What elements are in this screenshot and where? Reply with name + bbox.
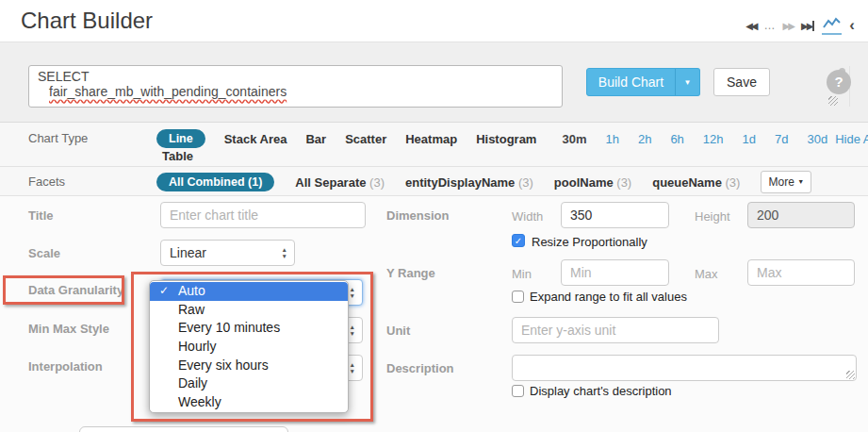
description-textarea[interactable] — [512, 355, 857, 381]
select-spinner-icon: ▲▼ — [350, 361, 355, 374]
interpolation-label: Interpolation — [28, 359, 103, 374]
build-chart-caret-icon[interactable]: ▼ — [675, 68, 700, 96]
facets-label: Facets — [28, 174, 65, 189]
facet-entity-display-name[interactable]: entityDisplayName (3) — [405, 175, 533, 190]
description-resize-handle[interactable] — [846, 371, 855, 379]
query-editor[interactable]: SELECT fair_share_mb_with_pending_contai… — [28, 65, 563, 108]
select-spinner-icon: ▲▼ — [350, 286, 355, 299]
textarea-resize-handle[interactable] — [828, 96, 838, 106]
chart-type-options: Line Stack Area Bar Scatter Heatmap Hist… — [156, 129, 868, 148]
title-label: Title — [28, 208, 54, 223]
header: Chart Builder ◀◀ … ▶▶ ▶▶ ‹ — [0, 0, 868, 42]
unit-label: Unit — [386, 324, 410, 338]
form-area — [0, 196, 868, 432]
data-granularity-menu: ✓ Auto Raw Every 10 minutes Hourly Every… — [149, 280, 349, 413]
chart-type-histogram[interactable]: Histogram — [476, 132, 536, 146]
collapse-chevron-icon[interactable]: ‹ — [849, 21, 855, 30]
display-description-label: Display chart's description — [530, 384, 672, 398]
facets-options: All Combined (1) All Separate (3) entity… — [156, 171, 811, 193]
fast-forward-icon[interactable]: ▶▶ — [783, 21, 794, 31]
time-range-2h[interactable]: 2h — [638, 132, 651, 146]
expand-range-label: Expand range to fit all values — [530, 290, 687, 304]
chart-type-heatmap[interactable]: Heatmap — [405, 132, 457, 146]
expand-range-checkbox[interactable] — [512, 291, 524, 303]
y-min-input[interactable] — [561, 259, 669, 286]
chart-builder-page: Chart Builder ◀◀ … ▶▶ ▶▶ ‹ SELECT fair_s… — [0, 0, 868, 432]
time-range-30d[interactable]: 30d — [808, 132, 828, 146]
height-label: Height — [695, 209, 730, 224]
menu-option-hourly[interactable]: Hourly — [150, 338, 348, 357]
menu-option-weekly[interactable]: Weekly — [150, 393, 348, 412]
min-max-style-label: Min Max Style — [28, 322, 109, 336]
skip-to-end-icon[interactable]: ▶▶ — [801, 21, 814, 31]
time-nav-controls: ◀◀ … ▶▶ ▶▶ ‹ — [745, 16, 855, 35]
query-line-1: SELECT — [38, 69, 537, 84]
menu-option-daily[interactable]: Daily — [150, 374, 348, 393]
check-icon: ✓ — [159, 282, 169, 301]
facet-all-separate[interactable]: All Separate (3) — [295, 175, 385, 190]
time-range-7d[interactable]: 7d — [775, 132, 788, 146]
menu-option-every-six-hours[interactable]: Every six hours — [150, 357, 348, 375]
title-input[interactable] — [160, 202, 366, 228]
caret-down-icon: ▼ — [797, 178, 804, 185]
chart-type-label: Chart Type — [28, 131, 88, 145]
menu-option-auto[interactable]: ✓ Auto — [150, 282, 348, 301]
save-button[interactable]: Save — [713, 68, 770, 96]
more-dots-icon[interactable]: … — [764, 19, 776, 32]
chart-type-bar[interactable]: Bar — [305, 132, 326, 146]
resize-proportionally-label: Resize Proportionally — [532, 235, 647, 249]
y-range-label: Y Range — [386, 266, 435, 280]
chart-type-line-selected[interactable]: Line — [156, 129, 205, 148]
dimension-label: Dimension — [386, 208, 449, 223]
build-chart-button[interactable]: Build Chart — [586, 68, 676, 96]
menu-option-raw[interactable]: Raw — [150, 301, 348, 320]
chart-type-scatter[interactable]: Scatter — [345, 132, 386, 146]
time-range-1d[interactable]: 1d — [743, 132, 756, 146]
chart-type-table[interactable]: Table — [162, 149, 193, 163]
select-spinner-icon: ▲▼ — [282, 246, 287, 259]
chart-type-stack-area[interactable]: Stack Area — [224, 132, 287, 146]
hide-additional-options-link[interactable]: Hide Additional Options — [835, 132, 868, 146]
height-input — [747, 202, 855, 228]
data-granularity-label: Data Granularity — [28, 283, 123, 297]
menu-option-every-10-minutes[interactable]: Every 10 minutes — [150, 319, 348, 338]
query-line-2: fair_share_mb_with_pending_containers — [49, 84, 537, 99]
facets-more-button[interactable]: More ▼ — [761, 171, 811, 193]
help-icon[interactable]: ? — [827, 70, 851, 94]
time-range-1h[interactable]: 1h — [605, 132, 618, 146]
width-label: Width — [512, 209, 543, 224]
description-label: Description — [386, 361, 454, 375]
facet-all-combined-selected[interactable]: All Combined (1) — [156, 173, 274, 191]
time-range-current[interactable]: 30m — [562, 132, 586, 146]
line-chart-icon[interactable] — [822, 16, 842, 35]
facet-pool-name[interactable]: poolName (3) — [554, 175, 631, 190]
width-input[interactable] — [561, 202, 669, 228]
y-max-input[interactable] — [747, 259, 855, 286]
facet-queue-name[interactable]: queueName (3) — [652, 175, 740, 190]
max-label: Max — [695, 267, 718, 281]
min-label: Min — [512, 267, 532, 281]
scale-select[interactable]: Linear ▲▼ — [160, 240, 295, 266]
select-spinner-icon: ▲▼ — [350, 324, 355, 337]
resize-proportionally-checkbox[interactable]: ✓ — [512, 234, 525, 247]
display-description-checkbox[interactable] — [512, 385, 524, 397]
partial-input-below[interactable] — [79, 426, 288, 432]
time-range-12h[interactable]: 12h — [703, 132, 724, 146]
time-range-6h[interactable]: 6h — [670, 132, 683, 146]
skip-back-icon[interactable]: ◀◀ — [745, 21, 756, 31]
page-title: Chart Builder — [21, 8, 153, 34]
unit-input[interactable] — [512, 317, 719, 343]
scale-label: Scale — [28, 246, 60, 260]
